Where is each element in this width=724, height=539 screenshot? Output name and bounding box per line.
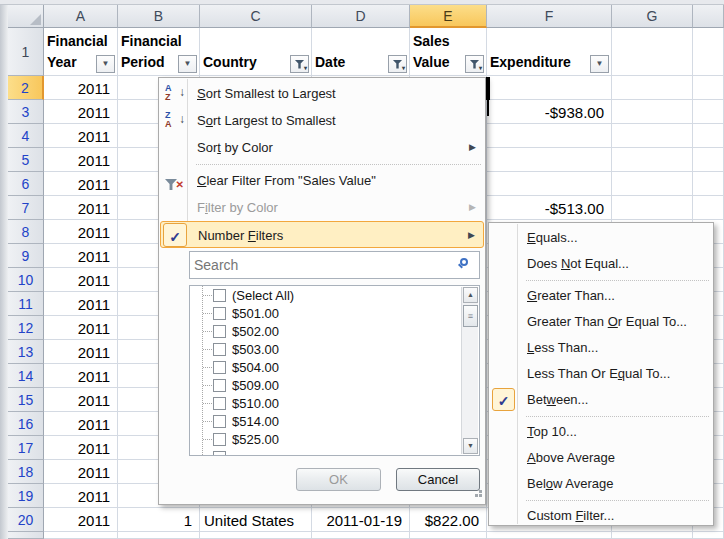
filter-value-item[interactable]: $501.00 [190,304,445,322]
row-header-9[interactable]: 9 [8,244,44,268]
cell-e20[interactable]: $822.00 [410,508,487,532]
column-header-d[interactable]: D [312,5,410,28]
row-header-10[interactable]: 10 [8,268,44,292]
filter-button-f[interactable]: ▼ [590,55,609,73]
cell-a15[interactable]: 2011 [44,388,118,412]
checkbox-icon[interactable] [213,289,226,302]
cell-a7[interactable]: 2011 [44,196,118,220]
row-header-1[interactable]: 1 [8,28,44,76]
checkbox-icon[interactable] [213,361,226,374]
row-header-5[interactable]: 5 [8,148,44,172]
header-cell-h[interactable] [693,28,724,76]
checkbox-icon[interactable] [213,433,226,446]
cell-f2[interactable] [487,76,612,100]
menu-item-below-average[interactable]: Below Average [490,471,712,497]
value-list-scrollbar[interactable]: ▲ ≡ ▼ [461,287,478,454]
column-header-g[interactable]: G [612,5,693,28]
row-header-16[interactable]: 16 [8,412,44,436]
row-header-18[interactable]: 18 [8,460,44,484]
menu-item-less-than[interactable]: Less Than... [490,335,712,361]
row-header-19[interactable]: 19 [8,484,44,508]
cell-h4[interactable] [693,124,724,148]
checkbox-icon[interactable] [213,379,226,392]
cell-h3[interactable] [693,100,724,124]
header-cell-c[interactable]: Country▾ [200,28,312,76]
cell-g3[interactable] [612,100,693,124]
checkbox-icon[interactable] [213,451,226,457]
row-header-8[interactable]: 8 [8,220,44,244]
cell-g6[interactable] [612,172,693,196]
menu-item-above-average[interactable]: Above Average [490,445,712,471]
cell-a10[interactable]: 2011 [44,268,118,292]
cell-d20[interactable]: 2011-01-19 [312,508,410,532]
cell-a20[interactable]: 2011 [44,508,118,532]
cell-a8[interactable]: 2011 [44,220,118,244]
cell-g4[interactable] [612,124,693,148]
filter-value-item[interactable]: $510.00 [190,394,445,412]
row-header-11[interactable]: 11 [8,292,44,316]
select-all-corner[interactable] [8,5,44,28]
menu-resize-grip[interactable] [469,488,482,501]
row-header-7[interactable]: 7 [8,196,44,220]
cell-g5[interactable] [612,148,693,172]
menu-item-clear-filter[interactable]: ✕Clear Filter From "Sales Value" [160,167,484,194]
cell-a9[interactable]: 2011 [44,244,118,268]
menu-item-top-10[interactable]: Top 10... [490,419,712,445]
cell-b20[interactable]: 1 [118,508,200,532]
checkbox-icon[interactable] [213,397,226,410]
row-header-4[interactable]: 4 [8,124,44,148]
column-header-partial[interactable] [693,5,724,28]
header-cell-f[interactable]: Expenditure▼ [487,28,612,76]
filter-button-a[interactable]: ▼ [96,55,115,73]
cell-f7[interactable]: -$513.00 [487,196,612,220]
scrollbar-thumb[interactable]: ≡ [463,305,478,327]
cell-a19[interactable]: 2011 [44,484,118,508]
cell-c20[interactable]: United States [200,508,312,532]
cell-a17[interactable]: 2011 [44,436,118,460]
filter-button-d[interactable]: ▾ [388,55,407,73]
cell-f6[interactable] [487,172,612,196]
header-cell-g[interactable] [612,28,693,76]
row-header-partial[interactable] [8,532,44,539]
menu-item-filter-by-color[interactable]: Filter by Color▶ [160,194,484,221]
cell-a12[interactable]: 2011 [44,316,118,340]
column-header-f[interactable]: F [487,5,612,28]
cell-f3[interactable]: -$938.00 [487,100,612,124]
row-header-15[interactable]: 15 [8,388,44,412]
cell-a13[interactable]: 2011 [44,340,118,364]
cell-f4[interactable] [487,124,612,148]
cell-h7[interactable] [693,196,724,220]
row-header-17[interactable]: 17 [8,436,44,460]
row-header-12[interactable]: 12 [8,316,44,340]
checkbox-icon[interactable] [213,343,226,356]
filter-value-item[interactable]: $525.00 [190,430,445,448]
filter-value-item[interactable]: $504.00 [190,358,445,376]
column-header-b[interactable]: B [118,5,200,28]
cell-h2[interactable] [693,76,724,100]
row-header-3[interactable]: 3 [8,100,44,124]
filter-button-b[interactable]: ▼ [178,55,197,73]
column-header-c[interactable]: C [200,5,312,28]
checkbox-icon[interactable] [213,325,226,338]
cell-a11[interactable]: 2011 [44,292,118,316]
filter-value-item[interactable]: $509.00 [190,376,445,394]
search-input[interactable] [192,254,446,276]
cell-a16[interactable]: 2011 [44,412,118,436]
checkbox-icon[interactable] [213,415,226,428]
scroll-down-button[interactable]: ▼ [463,438,478,454]
cell-a18[interactable]: 2011 [44,460,118,484]
cell-a4[interactable]: 2011 [44,124,118,148]
cell-g7[interactable] [612,196,693,220]
menu-item-less-than-or-equal-to[interactable]: Less Than Or Equal To... [490,361,712,387]
filter-button-e[interactable]: ▾ [465,55,484,73]
filter-value-item[interactable]: $503.00 [190,340,445,358]
cell-h6[interactable] [693,172,724,196]
menu-item-sort-by-color[interactable]: Sort by Color▶ [160,134,484,161]
header-cell-d[interactable]: Date▾ [312,28,410,76]
cancel-button[interactable]: Cancel [396,468,480,491]
cell-a5[interactable]: 2011 [44,148,118,172]
menu-item-greater-than[interactable]: Greater Than... [490,283,712,309]
cell-a6[interactable]: 2011 [44,172,118,196]
filter-value-item[interactable]: $502.00 [190,322,445,340]
cell-h5[interactable] [693,148,724,172]
